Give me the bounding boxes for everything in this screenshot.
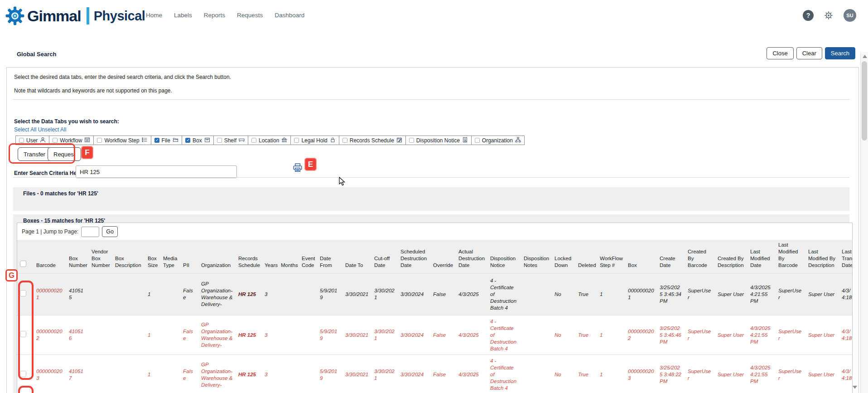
records-schedule-cell: HR 125 <box>236 355 262 393</box>
table-cell: 4/3/2025 <box>456 273 487 315</box>
files-results-heading: Files - 0 matches for 'HR 125' <box>13 187 849 197</box>
data-tab-label: Legal Hold <box>301 137 327 144</box>
jump-to-page-input[interactable] <box>81 227 99 237</box>
checkbox[interactable] <box>251 138 256 143</box>
workflow-step-icon <box>142 137 148 144</box>
table-cell: 410515 <box>66 273 89 315</box>
vertical-scrollbar[interactable] <box>860 52 868 393</box>
print-icon[interactable] <box>293 163 303 173</box>
table-cell: True <box>575 315 597 355</box>
table-cell <box>160 315 180 355</box>
table-row: 00000002034105171FalseGP Organization-Wa… <box>17 355 853 393</box>
table-cell: False <box>180 315 198 355</box>
data-tab-workflow-step[interactable]: Workflow Step <box>93 136 151 145</box>
checkbox[interactable] <box>19 138 24 143</box>
table-cell: 0000000202 <box>625 315 657 355</box>
data-tab-label: Disposition Notice <box>416 137 460 144</box>
table-cell: 3 <box>262 355 278 393</box>
table-cell: 1 <box>597 273 625 315</box>
table-cell: False <box>430 273 456 315</box>
nav-item-reports[interactable]: Reports <box>204 12 225 19</box>
table-cell <box>112 315 145 355</box>
table-row: 00000002014105151FalseGP Organization-Wa… <box>17 273 853 315</box>
column-header: Barcode <box>34 240 66 273</box>
nav-item-home[interactable]: Home <box>146 12 162 19</box>
page-title: Global Search <box>17 51 56 58</box>
disposition-notice-icon <box>462 137 468 144</box>
checkbox[interactable] <box>53 138 58 143</box>
column-header: Last Modified By Barcode <box>776 240 805 273</box>
search-button[interactable]: Search <box>825 47 855 59</box>
checkbox[interactable] <box>409 138 414 143</box>
checkbox[interactable] <box>217 138 222 143</box>
mouse-cursor <box>339 177 346 186</box>
table-cell: GP Organization-Warehouse & Delivery- <box>198 355 236 393</box>
clear-button[interactable]: Clear <box>796 47 822 59</box>
data-tab-shelf[interactable]: Shelf <box>213 136 248 145</box>
checkbox[interactable] <box>294 138 299 143</box>
table-cell: 3/25/2025 3:45:46 PM <box>657 315 685 355</box>
scrollbar-thumb[interactable] <box>862 61 867 141</box>
records-schedule-icon <box>396 137 402 144</box>
table-cell: GP Organization-Warehouse & Delivery- <box>198 273 236 315</box>
search-panel: Select the desired data tabs, enter the … <box>6 67 859 393</box>
table-cell: 4/3/2025 <box>456 315 487 355</box>
table-cell: 5/9/2019 <box>317 355 342 393</box>
column-header: Date To <box>342 240 371 273</box>
data-tab-label: User <box>26 137 38 144</box>
scrollbar-up-arrow-icon[interactable] <box>863 55 867 58</box>
nav-item-dashboard[interactable]: Dashboard <box>275 12 304 19</box>
unselect-all-link[interactable]: Unselect All <box>38 126 67 133</box>
checkbox[interactable] <box>97 138 102 143</box>
data-tab-box[interactable]: Box <box>182 136 214 145</box>
search-criteria-input[interactable] <box>76 165 237 178</box>
table-cell <box>160 273 180 315</box>
table-cell: No <box>552 273 575 315</box>
checkbox[interactable] <box>475 138 480 143</box>
data-tab-records-schedule[interactable]: Records Schedule <box>339 136 406 145</box>
table-cell: False <box>180 355 198 393</box>
settings-gear-icon[interactable] <box>824 10 834 20</box>
table-cell: No <box>552 355 575 393</box>
barcode-link[interactable]: 0000000202 <box>34 315 66 355</box>
location-icon <box>281 137 287 144</box>
data-tab-file[interactable]: File <box>151 136 182 145</box>
inner-scrollbar-down-arrow-icon[interactable] <box>853 386 857 389</box>
select-all-checkbox[interactable] <box>20 261 26 267</box>
data-tab-label: Workflow <box>60 137 82 144</box>
table-cell: 4 - Certificate of Destruction Batch 4 <box>487 315 521 355</box>
table-cell: True <box>575 355 597 393</box>
user-avatar[interactable]: SU <box>844 9 856 22</box>
barcode-link[interactable]: 0000000201 <box>34 273 66 315</box>
data-tab-location[interactable]: Location <box>248 136 291 145</box>
nav-item-requests[interactable]: Requests <box>237 12 263 19</box>
table-cell <box>521 315 552 355</box>
column-header: Vendor Box Number <box>89 240 112 273</box>
table-cell: 3 <box>262 315 278 355</box>
table-cell <box>89 315 112 355</box>
table-row: 00000002024105161FalseGP Organization-Wa… <box>17 315 853 355</box>
table-cell: SuperUser <box>685 315 715 355</box>
table-cell: 1 <box>597 315 625 355</box>
checkbox[interactable] <box>342 138 347 143</box>
column-header: Months <box>278 240 299 273</box>
select-all-link[interactable]: Select All <box>14 126 36 133</box>
brand-divider <box>87 7 89 24</box>
help-icon[interactable]: ? <box>803 10 814 21</box>
brand-product: Physical <box>94 9 145 24</box>
data-tab-legal-hold[interactable]: Legal Hold <box>290 136 339 145</box>
checkbox[interactable] <box>154 138 159 143</box>
table-cell: 3/30/2024 <box>398 315 430 355</box>
data-tab-disposition-notice[interactable]: Disposition Notice <box>405 136 472 145</box>
barcode-link[interactable]: 0000000203 <box>34 355 66 393</box>
checkbox[interactable] <box>185 138 190 143</box>
close-button[interactable]: Close <box>767 47 793 59</box>
data-tab-label: Workflow Step <box>104 137 139 144</box>
go-button[interactable]: Go <box>102 226 118 237</box>
data-tab-organization[interactable]: Organization <box>471 136 525 145</box>
nav-item-labels[interactable]: Labels <box>174 12 192 19</box>
column-header: Media Type <box>160 240 180 273</box>
shelf-icon <box>239 137 245 144</box>
column-header: Records Schedule <box>236 240 262 273</box>
table-cell: 3/30/2021 <box>342 273 371 315</box>
